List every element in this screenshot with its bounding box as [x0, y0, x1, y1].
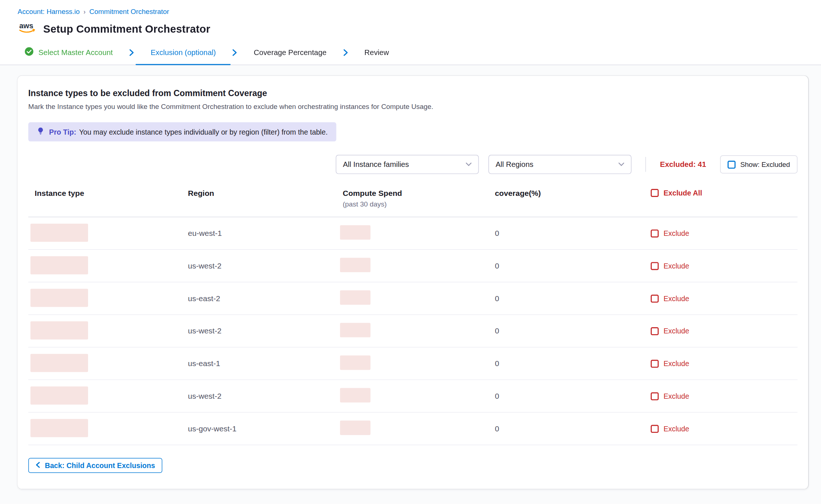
filter-bar: All Instance families All Regions Exclud…: [28, 155, 798, 174]
table-row: us-west-2 0 Exclude: [28, 315, 798, 348]
coverage-cell: 0: [488, 392, 643, 400]
region-cell: us-west-2: [182, 262, 336, 270]
redacted-compute-spend: [340, 258, 371, 272]
exclude-checkbox[interactable]: [651, 229, 659, 237]
chevron-down-icon: [619, 161, 625, 167]
redacted-instance-type: [30, 288, 88, 306]
instance-families-dropdown[interactable]: All Instance families: [336, 155, 479, 174]
step-label: Coverage Percentage: [254, 48, 326, 56]
exclusion-card: Instance types to be excluded from Commi…: [18, 76, 808, 489]
region-cell: eu-west-1: [182, 229, 336, 237]
table-row: eu-west-1 0 Exclude: [28, 217, 798, 250]
exclude-all-label: Exclude All: [664, 189, 702, 197]
coverage-cell: 0: [488, 262, 643, 270]
chevron-right-icon: [342, 48, 350, 56]
exclude-label: Exclude: [664, 425, 689, 433]
coverage-cell: 0: [488, 229, 643, 237]
step-label: Review: [364, 48, 389, 56]
exclude-label: Exclude: [664, 262, 689, 270]
back-button[interactable]: Back: Child Account Exclusions: [28, 458, 162, 473]
header-coverage: coverage(%): [488, 189, 643, 197]
table-row: us-east-1 0 Exclude: [28, 347, 798, 380]
breadcrumb-account-link[interactable]: Account: Harness.io: [18, 7, 80, 15]
step-coverage-percentage[interactable]: Coverage Percentage: [239, 40, 342, 65]
show-excluded-toggle[interactable]: Show: Excluded: [720, 155, 798, 173]
regions-dropdown[interactable]: All Regions: [489, 155, 632, 174]
redacted-compute-spend: [340, 291, 371, 305]
divider: [646, 157, 646, 172]
excluded-count: Excluded: 41: [660, 160, 706, 169]
pro-tip-text: Pro Tip: You may exclude instance types …: [49, 128, 328, 136]
exclude-label: Exclude: [664, 294, 689, 302]
chevron-left-icon: [35, 461, 41, 470]
redacted-compute-spend: [340, 323, 371, 337]
region-cell: us-gov-west-1: [182, 424, 336, 433]
table-row: us-east-2 0 Exclude: [28, 282, 798, 315]
coverage-cell: 0: [488, 359, 643, 368]
pro-tip-label: Pro Tip:: [49, 128, 76, 136]
redacted-instance-type: [30, 256, 88, 274]
main-content: Instance types to be excluded from Commi…: [0, 65, 821, 504]
exclude-label: Exclude: [664, 229, 689, 237]
region-cell: us-east-2: [182, 294, 336, 303]
redacted-compute-spend: [340, 421, 371, 435]
step-label: Exclusion (optional): [151, 48, 216, 56]
header-compute-spend-title: Compute Spend: [343, 189, 488, 197]
region-cell: us-west-2: [182, 392, 336, 400]
redacted-instance-type: [30, 354, 88, 372]
region-cell: us-west-2: [182, 327, 336, 335]
exclude-label: Exclude: [664, 392, 689, 400]
back-button-label: Back: Child Account Exclusions: [45, 461, 155, 470]
card-title: Instance types to be excluded from Commi…: [28, 89, 798, 98]
chevron-down-icon: [466, 161, 472, 167]
step-exclusion[interactable]: Exclusion (optional): [136, 40, 231, 65]
step-label: Select Master Account: [39, 48, 113, 56]
step-review[interactable]: Review: [350, 40, 404, 65]
header-compute-spend-sub: (past 30 days): [343, 200, 488, 208]
exclude-label: Exclude: [664, 327, 689, 335]
lightbulb-icon: [37, 127, 44, 136]
breadcrumb-separator-icon: ›: [83, 8, 85, 15]
show-excluded-checkbox[interactable]: [727, 160, 736, 168]
exclude-all-checkbox[interactable]: [651, 189, 659, 197]
coverage-cell: 0: [488, 424, 643, 433]
redacted-instance-type: [30, 386, 88, 404]
header-instance-type: Instance type: [28, 189, 182, 197]
instance-families-value: All Instance families: [343, 160, 409, 169]
wizard-stepper: Select Master Account Exclusion (optiona…: [0, 40, 821, 65]
exclude-checkbox[interactable]: [651, 262, 659, 270]
table-header: Instance type Region Compute Spend (past…: [28, 189, 798, 217]
redacted-compute-spend: [340, 388, 371, 402]
redacted-instance-type: [30, 223, 88, 241]
page-title: Setup Commitment Orchestrator: [43, 23, 210, 35]
breadcrumb: Account: Harness.io › Commitment Orchest…: [18, 7, 813, 15]
redacted-compute-spend: [340, 355, 371, 370]
svg-text:aws: aws: [19, 22, 33, 30]
table-row: us-west-2 0 Exclude: [28, 250, 798, 282]
exclude-checkbox[interactable]: [651, 294, 659, 302]
page: Account: Harness.io › Commitment Orchest…: [0, 0, 821, 504]
pro-tip-message: You may exclude instance types individua…: [79, 128, 328, 136]
pro-tip-banner: Pro Tip: You may exclude instance types …: [28, 122, 336, 141]
exclude-checkbox[interactable]: [651, 425, 659, 433]
chevron-right-icon: [231, 48, 239, 56]
exclude-checkbox[interactable]: [651, 359, 659, 368]
page-header: Account: Harness.io › Commitment Orchest…: [0, 0, 821, 37]
breadcrumb-page-link[interactable]: Commitment Orchestrator: [90, 7, 169, 15]
redacted-compute-spend: [340, 225, 371, 240]
show-excluded-label: Show: Excluded: [740, 160, 790, 168]
header-exclude-all: Exclude All: [643, 189, 798, 197]
exclude-checkbox[interactable]: [651, 327, 659, 335]
exclude-checkbox[interactable]: [651, 392, 659, 400]
card-subtitle: Mark the Instance types you would like t…: [28, 102, 798, 110]
step-completed-check-icon: [25, 47, 34, 58]
redacted-instance-type: [30, 321, 88, 339]
aws-logo-icon: aws: [18, 21, 37, 37]
region-cell: us-east-1: [182, 359, 336, 368]
header-region: Region: [182, 189, 336, 197]
chevron-right-icon: [128, 48, 136, 56]
coverage-cell: 0: [488, 327, 643, 335]
step-select-master-account[interactable]: Select Master Account: [18, 40, 128, 65]
coverage-cell: 0: [488, 294, 643, 303]
exclude-label: Exclude: [664, 359, 689, 368]
